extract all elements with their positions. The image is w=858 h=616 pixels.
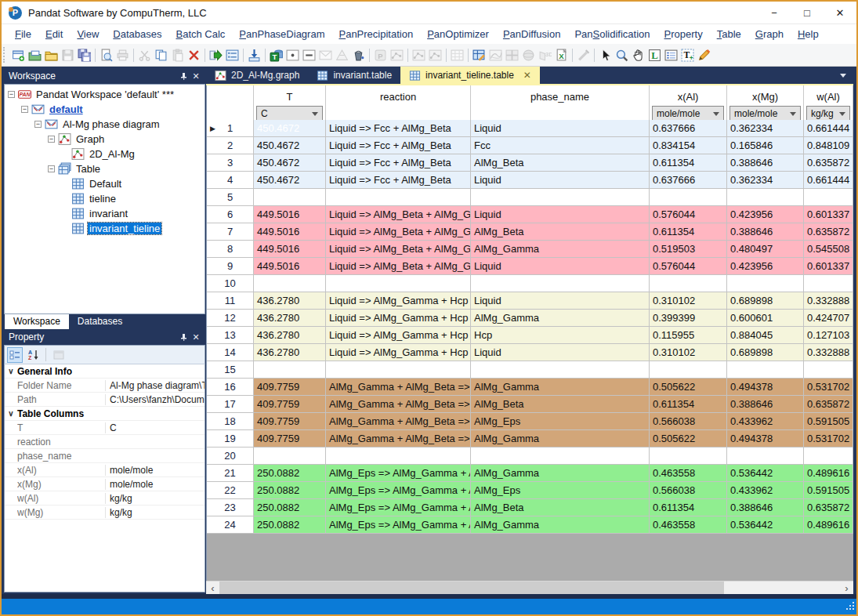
pan-tool-icon[interactable] [630, 46, 646, 63]
cell-xAl[interactable]: 0.637666 [650, 172, 727, 189]
cell-xAl[interactable]: 0.310102 [650, 344, 727, 361]
menu-item-panphasediagram[interactable]: PanPhaseDiagram [232, 25, 331, 43]
row-header-cell[interactable]: 2 [207, 137, 254, 154]
panel-tab-workspace[interactable]: Workspace [5, 314, 69, 329]
zoom-tool-icon[interactable] [614, 46, 630, 63]
property-value[interactable]: C:\Users\fanzh\Docume [105, 394, 205, 405]
cell-xMg[interactable] [727, 361, 804, 379]
cell-phase[interactable]: AlMg_Gamma [471, 516, 650, 534]
close-panel-icon[interactable]: ✕ [190, 71, 202, 82]
cell-wAl[interactable]: 0.531702 [804, 430, 853, 448]
cell-wAl[interactable]: 0.332888 [804, 292, 853, 310]
cell-xAl[interactable] [650, 189, 727, 206]
load-database-icon[interactable]: T [268, 46, 284, 63]
tree-item-default[interactable]: −default [6, 102, 205, 117]
cell-phase[interactable]: Liquid [471, 258, 650, 275]
cell-xMg[interactable]: 0.388646 [727, 223, 804, 241]
cell-xMg[interactable]: 0.536442 [727, 465, 804, 482]
property-value[interactable]: mole/mole [105, 465, 205, 476]
cell-wAl[interactable]: 0.545508 [804, 241, 853, 258]
cell-T[interactable]: 450.4672 [254, 172, 326, 189]
cell-xMg[interactable]: 0.423956 [727, 258, 804, 275]
cell-T[interactable]: 436.2780 [254, 292, 326, 310]
row-header-cell[interactable]: 22 [207, 482, 254, 499]
cell-xAl[interactable] [650, 361, 727, 379]
categorize-icon[interactable] [7, 347, 23, 363]
cell-xMg[interactable] [727, 448, 804, 465]
row-header-cell[interactable]: 14 [207, 344, 254, 361]
maximize-button[interactable]: □ [791, 2, 824, 24]
property-category[interactable]: ∨Table Columns [5, 407, 205, 421]
cell-wAl[interactable]: 0.591505 [804, 482, 853, 499]
row-header-cell[interactable]: 18 [207, 413, 254, 430]
line-calculation-icon[interactable] [301, 46, 317, 63]
cell-xMg[interactable]: 0.433962 [727, 413, 804, 430]
scroll-right-arrow[interactable]: › [840, 582, 853, 594]
tree-expander[interactable]: − [34, 121, 42, 128]
import-icon[interactable] [246, 46, 262, 63]
cell-reaction[interactable] [326, 275, 471, 292]
cell-reaction[interactable]: AlMg_Gamma + AlMg_Beta => Al... [326, 413, 471, 430]
cell-phase[interactable] [471, 275, 650, 292]
cell-reaction[interactable]: Liquid => AlMg_Gamma + Hcp [326, 310, 471, 327]
close-panel-icon[interactable]: ✕ [190, 332, 202, 342]
add-text-icon[interactable]: T+ [679, 46, 696, 63]
cell-T[interactable]: 450.4672 [254, 137, 326, 154]
cell-phase[interactable] [471, 361, 650, 379]
cell-wAl[interactable]: 0.601337 [804, 206, 853, 223]
cell-T[interactable]: 449.5016 [254, 223, 326, 241]
print-preview-icon[interactable] [98, 46, 114, 63]
cell-T[interactable]: 409.7759 [254, 396, 326, 413]
copy-icon[interactable] [153, 46, 169, 63]
cell-phase[interactable]: Hcp [471, 327, 650, 344]
row-header-cell[interactable]: 19 [207, 430, 254, 448]
cell-phase[interactable]: Liquid [471, 206, 650, 223]
cell-T[interactable]: 250.0882 [254, 482, 326, 499]
cell-xAl[interactable]: 0.519503 [650, 241, 727, 258]
cell-wAl[interactable]: 0.332888 [804, 344, 853, 361]
menu-item-pansolidification[interactable]: PanSolidification [567, 25, 657, 43]
cell-xMg[interactable]: 0.388646 [727, 396, 804, 413]
cell-T[interactable]: 450.4672 [254, 120, 326, 137]
legend-tool-icon[interactable] [663, 46, 679, 63]
cell-reaction[interactable]: AlMg_Eps => AlMg_Gamma + Al... [326, 482, 471, 499]
cell-xMg[interactable]: 0.433962 [727, 482, 804, 499]
menu-item-edit[interactable]: Edit [38, 25, 70, 43]
cell-xAl[interactable]: 0.566038 [650, 413, 727, 430]
cell-xMg[interactable]: 0.494378 [727, 430, 804, 448]
cell-phase[interactable] [471, 448, 650, 465]
cell-T[interactable]: 450.4672 [254, 154, 326, 172]
row-header-cell[interactable]: 23 [207, 499, 254, 516]
cell-xAl[interactable]: 0.310102 [650, 292, 727, 310]
tree-item-tieline[interactable]: tieline [6, 191, 205, 206]
cell-reaction[interactable] [326, 189, 471, 206]
scroll-left-arrow[interactable]: ‹ [206, 582, 219, 594]
tree-item-table[interactable]: −Table [6, 161, 205, 176]
cell-wAl[interactable]: 0.635872 [804, 154, 853, 172]
cell-phase[interactable]: AlMg_Eps [471, 413, 650, 430]
cell-xAl[interactable] [650, 275, 727, 292]
tree-expander[interactable]: − [8, 91, 15, 98]
row-header-cell[interactable]: 9 [207, 258, 254, 275]
tree-item-graph[interactable]: −Graph [6, 132, 205, 147]
annotate-pencil-icon[interactable] [696, 46, 712, 63]
cell-phase[interactable]: AlMg_Gamma [471, 379, 650, 396]
options-icon[interactable] [224, 46, 241, 63]
cell-reaction[interactable]: Liquid => AlMg_Gamma + Hcp [326, 327, 471, 344]
cell-xMg[interactable]: 0.536442 [727, 516, 804, 534]
cell-T[interactable]: 449.5016 [254, 258, 326, 275]
cell-xAl[interactable]: 0.637666 [650, 120, 727, 137]
cell-xMg[interactable]: 0.494378 [727, 379, 804, 396]
cell-wAl[interactable]: 0.489616 [804, 465, 853, 482]
save-all-icon[interactable] [76, 46, 92, 63]
cell-xAl[interactable]: 0.505622 [650, 379, 727, 396]
row-header-cell[interactable]: 20 [207, 448, 254, 465]
row-header-cell[interactable]: 8 [207, 241, 254, 258]
menu-item-graph[interactable]: Graph [748, 25, 791, 43]
cell-reaction[interactable]: AlMg_Gamma + AlMg_Beta => Al... [326, 430, 471, 448]
cell-T[interactable]: 250.0882 [254, 465, 326, 482]
tree-expander[interactable]: − [48, 165, 55, 172]
minimize-button[interactable]: − [758, 2, 791, 24]
property-category[interactable]: ∨General Info [5, 364, 205, 379]
cell-xMg[interactable]: 0.689898 [727, 344, 804, 361]
